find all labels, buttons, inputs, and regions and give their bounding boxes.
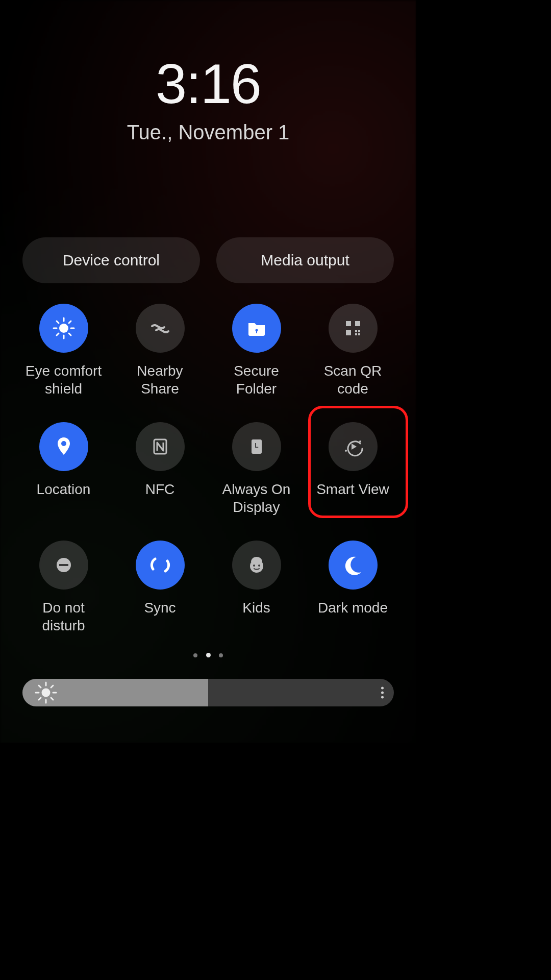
page-dot-1: [193, 653, 197, 657]
svg-marker-24: [352, 444, 357, 450]
svg-rect-14: [346, 330, 351, 335]
tile-nearby-share[interactable]: Nearby Share: [112, 304, 208, 398]
svg-text:L: L: [255, 442, 258, 449]
svg-rect-13: [355, 321, 360, 326]
tile-label: NFC: [145, 480, 175, 498]
clock-time: 3:16: [0, 51, 416, 116]
svg-point-22: [359, 440, 361, 443]
brightness-sun-icon: [34, 680, 58, 705]
brightness-slider[interactable]: [22, 679, 394, 706]
nfc-icon: [136, 422, 185, 471]
moon-icon: [329, 541, 378, 590]
media-output-button[interactable]: Media output: [216, 237, 394, 283]
eye-comfort-icon: A: [39, 304, 88, 353]
svg-rect-18: [358, 333, 360, 335]
location-pin-icon: [39, 422, 88, 471]
svg-point-30: [42, 689, 49, 696]
svg-rect-12: [346, 321, 351, 326]
clock-page-icon: L: [232, 422, 281, 471]
tile-location[interactable]: Location: [15, 422, 112, 516]
tile-label: Smart View: [316, 480, 389, 498]
tile-sync[interactable]: Sync: [112, 541, 208, 634]
clock-date: Tue., November 1: [0, 121, 416, 144]
tile-label: Dark mode: [318, 599, 388, 617]
svg-line-38: [39, 698, 41, 700]
secure-folder-icon: [232, 304, 281, 353]
tile-nfc[interactable]: NFC: [112, 422, 208, 516]
svg-rect-26: [59, 564, 68, 566]
svg-line-9: [57, 333, 59, 335]
tile-label: Do not disturb: [20, 599, 107, 634]
svg-point-28: [253, 565, 255, 567]
tile-label: Nearby Share: [117, 362, 204, 398]
svg-line-35: [39, 685, 41, 688]
brightness-more-button[interactable]: [381, 687, 384, 699]
quick-settings-grid: A Eye comfort shield Nearby Share: [15, 304, 401, 634]
svg-rect-17: [355, 333, 357, 335]
sync-icon: [136, 541, 185, 590]
page-dot-2: [206, 653, 211, 657]
tile-eye-comfort-shield[interactable]: A Eye comfort shield: [15, 304, 112, 398]
tile-label: Scan QR code: [310, 362, 396, 398]
shortcut-pill-row: Device control Media output: [22, 237, 394, 283]
svg-line-7: [69, 333, 71, 335]
svg-point-29: [258, 565, 260, 567]
tile-label: Sync: [144, 599, 176, 617]
tile-kids[interactable]: Kids: [208, 541, 305, 634]
svg-rect-15: [355, 330, 357, 332]
tile-smart-view[interactable]: Smart View: [305, 422, 401, 516]
tile-do-not-disturb[interactable]: Do not disturb: [15, 541, 112, 634]
do-not-disturb-icon: [39, 541, 88, 590]
svg-point-23: [345, 450, 347, 452]
tile-label: Location: [37, 480, 91, 498]
tile-label: Always On Display: [213, 480, 300, 516]
svg-rect-16: [358, 330, 360, 332]
tile-secure-folder[interactable]: Secure Folder: [208, 304, 305, 398]
tile-label: Secure Folder: [213, 362, 300, 398]
tile-dark-mode[interactable]: Dark mode: [305, 541, 401, 634]
svg-rect-11: [256, 331, 257, 333]
nearby-share-icon: [136, 304, 185, 353]
kids-face-icon: [232, 541, 281, 590]
tile-label: Eye comfort shield: [20, 362, 107, 398]
page-indicator[interactable]: [0, 650, 416, 659]
page-dot-3: [219, 653, 223, 657]
svg-line-6: [57, 321, 59, 323]
qr-code-icon: [329, 304, 378, 353]
svg-text:A: A: [61, 325, 66, 332]
tile-always-on-display[interactable]: L Always On Display: [208, 422, 305, 516]
svg-line-37: [51, 685, 53, 688]
clock-block: 3:16 Tue., November 1: [0, 51, 416, 144]
svg-line-8: [69, 321, 71, 323]
device-control-button[interactable]: Device control: [22, 237, 200, 283]
tile-label: Kids: [242, 599, 270, 617]
svg-line-36: [51, 698, 53, 700]
tile-scan-qr-code[interactable]: Scan QR code: [305, 304, 401, 398]
smart-view-icon: [329, 422, 378, 471]
